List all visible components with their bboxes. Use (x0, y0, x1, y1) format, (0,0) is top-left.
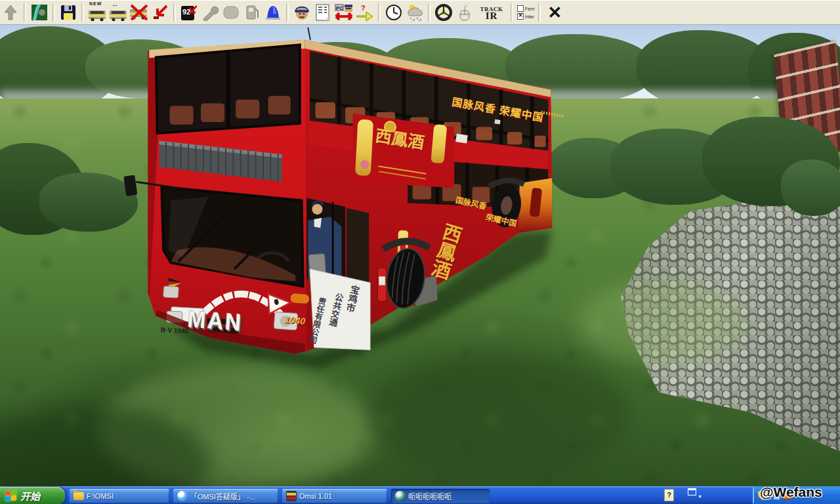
toolbar-separator (52, 3, 55, 22)
new-bus-button[interactable]: NEW (87, 2, 107, 23)
time-button[interactable] (384, 2, 404, 23)
globe-icon (395, 491, 406, 501)
editor-toolbar: NEW ↔ 92 (0, 0, 840, 25)
timetable-icon (315, 4, 331, 21)
taskbar-item-label: Omsi 1.01 (299, 492, 332, 500)
checkbox-unchecked-icon[interactable] (517, 5, 524, 12)
fleet-number: 1040 (284, 314, 305, 327)
beacon-lamp-icon (265, 5, 281, 20)
delete-bus-icon (130, 4, 148, 21)
toolbar-separator (378, 3, 381, 22)
taskbar-item-label: 「OMSI答疑版」 -... (190, 491, 255, 501)
mouse-icon (457, 4, 472, 21)
trackir-icon: TRACK IR (477, 6, 506, 19)
delete-bus-button[interactable] (129, 2, 149, 23)
chevron-down-icon[interactable]: ▼ (698, 494, 702, 499)
wash-button[interactable] (221, 2, 241, 23)
back-arrow-button[interactable] (1, 2, 20, 23)
weather-button[interactable] (405, 2, 425, 23)
help-icon[interactable]: ? (664, 489, 674, 501)
toolbar-separator (511, 3, 513, 22)
bus-render (0, 25, 840, 486)
start-button[interactable]: 开始 (0, 487, 65, 504)
svg-text:PC: PC (336, 5, 343, 11)
driver-face-icon (294, 4, 310, 21)
wrench-icon (201, 4, 219, 21)
back-arrow-icon (3, 5, 18, 20)
place-arrow-icon (152, 5, 168, 20)
toolbar-separator (81, 3, 84, 22)
taskbar: 开始 F:\OMSI 「OMSI答疑版」 -... Omsi 1.01 呃呃呃呃… (0, 486, 840, 504)
folder-icon (74, 492, 84, 500)
checkbox-checked-icon[interactable] (517, 13, 524, 20)
map-tile-button[interactable] (30, 2, 49, 23)
taskbar-item-label: F:\OMSI (87, 492, 114, 500)
fuel-pump-icon (245, 5, 259, 20)
taskbar-item-chat[interactable]: 呃呃呃呃呃呃 (391, 489, 490, 503)
place-here-button[interactable] (150, 2, 170, 23)
move-bus-button[interactable]: ↔ (108, 2, 128, 23)
ai-swap-icon: PC (335, 4, 353, 21)
game-viewport[interactable]: MAN B·V 1040 1040 宝鸡市 公共交通 责任有限公司 西鳳酒 国脉… (0, 25, 840, 486)
toolbar-separator (286, 3, 289, 22)
new-badge: NEW (89, 1, 102, 6)
line-number-button[interactable]: 92 (179, 2, 199, 23)
toolbar-separator (538, 3, 541, 22)
indicator-lamp (290, 293, 309, 304)
steering-wheel-icon (435, 4, 452, 21)
window-sticker (494, 119, 500, 125)
window-sticker (455, 134, 468, 144)
advert-board (353, 114, 455, 188)
antenna (308, 28, 310, 40)
new-bus-icon (89, 9, 106, 21)
clock-icon (385, 4, 402, 21)
watermark: @Wefans (760, 484, 822, 500)
screen: NEW ↔ 92 (0, 0, 840, 504)
mirror-icon (123, 175, 137, 196)
jump-question-icon: ? (356, 4, 374, 21)
steering-input-button[interactable] (434, 2, 453, 23)
taskbar-item-explorer[interactable]: F:\OMSI (70, 489, 169, 503)
windows-logo-icon (5, 490, 17, 502)
trackir-button[interactable]: TRACK IR (476, 2, 507, 23)
save-button[interactable] (58, 2, 78, 23)
start-label: 开始 (20, 489, 40, 503)
repair-button[interactable] (200, 2, 220, 23)
taskbar-item-omsi[interactable]: Omsi 1.01 (282, 489, 387, 503)
headlight (163, 286, 179, 298)
weather-icon (406, 4, 424, 21)
checkbox-row-inter[interactable]: Inter (517, 12, 534, 20)
toolbar-separator (173, 3, 176, 22)
ai-toggle-button[interactable]: PC (334, 2, 354, 23)
svg-text:?: ? (361, 4, 366, 12)
beacon-button[interactable] (263, 2, 283, 23)
bus-front (123, 28, 310, 354)
line-number-badge: 92 (182, 8, 190, 16)
close-button[interactable]: ✕ (543, 3, 566, 22)
save-disk-icon (61, 5, 75, 20)
move-bus-icon (110, 9, 127, 21)
refuel-button[interactable] (242, 2, 262, 23)
map-tile-icon (32, 5, 47, 20)
toolbar-separator (428, 3, 430, 22)
license-plate-text: B·V 1040 (158, 324, 192, 338)
door-glass (346, 208, 369, 287)
camera-option-group: Fern Inter (517, 2, 534, 23)
taskbar-item-label: 呃呃呃呃呃呃 (408, 491, 452, 501)
checkbox-label: Fern (525, 7, 534, 11)
sponge-icon (223, 5, 239, 20)
mouse-input-button[interactable] (455, 2, 474, 23)
taskbar-item-browser[interactable]: 「OMSI答疑版」 -... (173, 489, 278, 503)
driver-view-button[interactable] (292, 2, 312, 23)
restore-window-icon[interactable] (688, 488, 696, 495)
move-arrows-icon: ↔ (112, 2, 118, 7)
tray-divider (753, 488, 754, 503)
browser-icon (177, 491, 188, 501)
omsi-bus-icon (286, 491, 297, 501)
checkbox-label: Inter (525, 14, 534, 19)
timetable-button[interactable] (313, 2, 333, 23)
checkbox-row-fern[interactable]: Fern (517, 5, 534, 12)
toolbar-separator (24, 3, 26, 22)
jump-button[interactable]: ? (355, 2, 375, 23)
